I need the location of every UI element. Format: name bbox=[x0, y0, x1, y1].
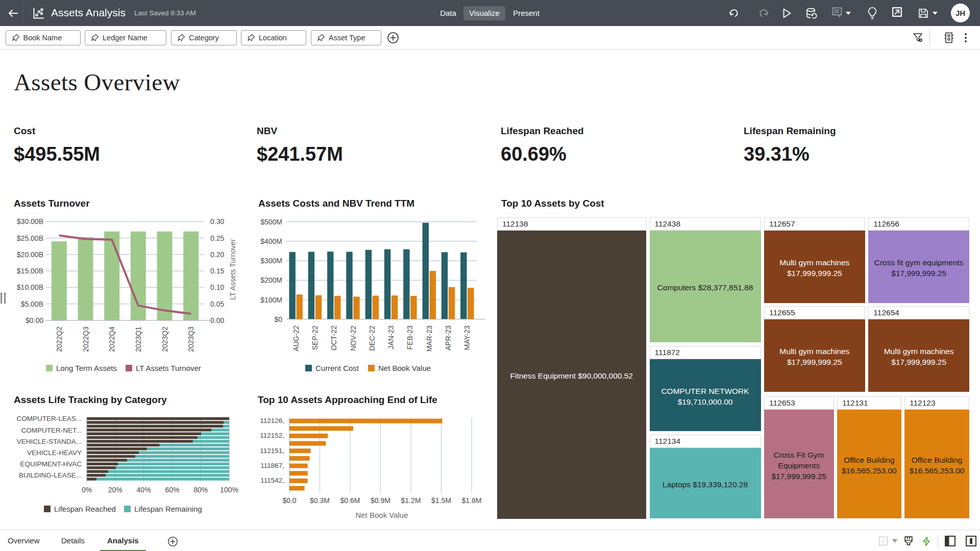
svg-text:$10.00B: $10.00B bbox=[17, 283, 43, 291]
svg-text:$0.00: $0.00 bbox=[26, 316, 43, 324]
svg-text:60%: 60% bbox=[165, 486, 179, 494]
svg-text:2022Q4: 2022Q4 bbox=[108, 327, 116, 352]
svg-text:VEHICLE-HEAVY: VEHICLE-HEAVY bbox=[27, 449, 82, 457]
svg-text:0.10: 0.10 bbox=[210, 283, 224, 291]
svg-text:Current Cost: Current Cost bbox=[315, 364, 359, 372]
svg-text:$400M: $400M bbox=[260, 237, 282, 245]
svg-text:$1.5M: $1.5M bbox=[431, 496, 451, 505]
svg-text:LT Assets Turnover: LT Assets Turnover bbox=[229, 239, 237, 300]
svg-text:$0.9M: $0.9M bbox=[371, 496, 390, 505]
svg-text:Net Book Value: Net Book Value bbox=[378, 364, 431, 372]
svg-text:0.25: 0.25 bbox=[210, 234, 224, 242]
svg-text:$200M: $200M bbox=[260, 276, 282, 284]
svg-text:AUG-22: AUG-22 bbox=[292, 325, 300, 352]
svg-text:Net Book Value: Net Book Value bbox=[355, 511, 408, 519]
svg-text:0.05: 0.05 bbox=[210, 300, 224, 308]
svg-text:LT Assets Turnover: LT Assets Turnover bbox=[136, 364, 201, 372]
svg-text:40%: 40% bbox=[137, 486, 151, 494]
svg-text:20%: 20% bbox=[108, 486, 122, 494]
svg-text:MAY-23: MAY-23 bbox=[463, 325, 471, 350]
svg-text:2023Q2: 2023Q2 bbox=[161, 327, 169, 352]
svg-text:$20.00B: $20.00B bbox=[17, 251, 43, 259]
svg-text:111867,: 111867, bbox=[260, 462, 284, 469]
svg-text:JAN-23: JAN-23 bbox=[387, 325, 395, 349]
svg-text:0.15: 0.15 bbox=[210, 267, 224, 275]
svg-text:COMPUTER-NET...: COMPUTER-NET... bbox=[21, 427, 82, 434]
svg-text:$25.00B: $25.00B bbox=[17, 234, 43, 242]
svg-text:100%: 100% bbox=[220, 486, 238, 494]
svg-text:$500M: $500M bbox=[260, 218, 282, 226]
svg-text:$0: $0 bbox=[274, 315, 282, 323]
svg-text:2022Q2: 2022Q2 bbox=[55, 327, 63, 352]
svg-text:0%: 0% bbox=[82, 486, 92, 494]
svg-text:COMPUTER-LEAS...: COMPUTER-LEAS... bbox=[16, 415, 82, 422]
svg-text:2023Q1: 2023Q1 bbox=[134, 327, 142, 352]
svg-text:2022Q3: 2022Q3 bbox=[82, 327, 90, 352]
svg-text:Lifespan Reached: Lifespan Reached bbox=[54, 505, 116, 513]
svg-text:$300M: $300M bbox=[260, 257, 282, 265]
svg-text:Long Term Assets: Long Term Assets bbox=[56, 364, 117, 372]
svg-text:$15.00B: $15.00B bbox=[17, 267, 43, 275]
svg-text:$30.00B: $30.00B bbox=[17, 217, 43, 226]
svg-text:$100M: $100M bbox=[260, 296, 282, 304]
svg-text:$0.0: $0.0 bbox=[282, 496, 296, 505]
svg-text:112151,: 112151, bbox=[260, 447, 284, 455]
svg-text:NOV-22: NOV-22 bbox=[349, 325, 357, 351]
svg-text:112126,: 112126, bbox=[260, 417, 284, 424]
svg-text:80%: 80% bbox=[193, 486, 208, 494]
svg-text:EQUIPMENT-HVAC: EQUIPMENT-HVAC bbox=[20, 460, 82, 468]
svg-text:111542,: 111542, bbox=[260, 477, 284, 484]
svg-text:BUILDING-LEASE...: BUILDING-LEASE... bbox=[19, 471, 82, 479]
svg-text:DEC-22: DEC-22 bbox=[368, 325, 376, 351]
svg-text:0.20: 0.20 bbox=[210, 251, 224, 259]
svg-text:$5.00B: $5.00B bbox=[21, 300, 43, 308]
svg-text:0.30: 0.30 bbox=[210, 217, 224, 226]
svg-text:Lifespan Remaining: Lifespan Remaining bbox=[134, 505, 202, 513]
svg-text:APR-23: APR-23 bbox=[444, 325, 452, 350]
svg-text:MAR-23: MAR-23 bbox=[425, 325, 433, 352]
svg-text:2023Q3: 2023Q3 bbox=[187, 327, 195, 352]
svg-text:$0.6M: $0.6M bbox=[340, 496, 360, 505]
svg-text:$1.8M: $1.8M bbox=[462, 496, 482, 505]
svg-text:VEHICLE-STANDA...: VEHICLE-STANDA... bbox=[17, 438, 82, 445]
svg-text:OCT-22: OCT-22 bbox=[330, 325, 338, 350]
svg-text:$1.2M: $1.2M bbox=[401, 496, 421, 505]
svg-text:SEP-22: SEP-22 bbox=[311, 325, 319, 350]
svg-text:$0.3M: $0.3M bbox=[310, 496, 330, 505]
svg-text:112152,: 112152, bbox=[260, 432, 284, 439]
svg-text:FEB-23: FEB-23 bbox=[406, 325, 414, 350]
